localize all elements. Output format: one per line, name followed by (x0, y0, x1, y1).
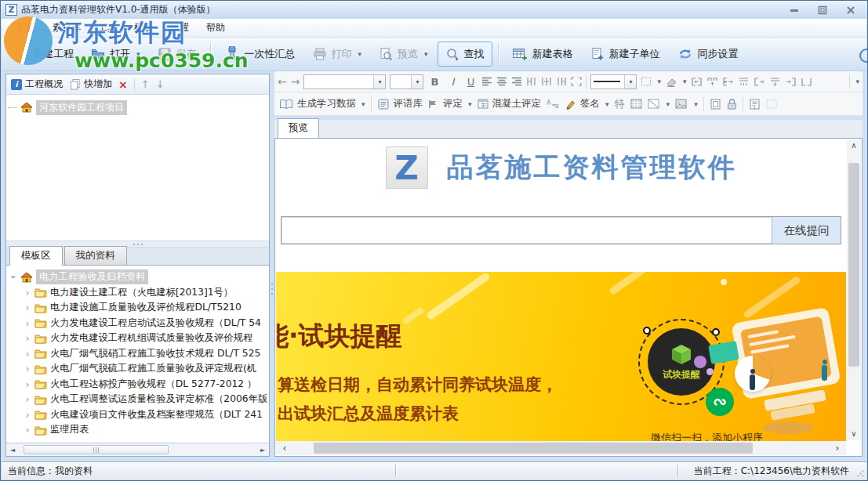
font-size-combo[interactable]: ▾ (390, 74, 423, 89)
open-dropdown-icon[interactable]: ▾ (136, 50, 140, 58)
delete-node-button[interactable]: × (118, 78, 128, 91)
collapsed-chevron-icon[interactable]: › (24, 332, 31, 344)
borders-icon[interactable] (641, 77, 652, 86)
eraser-dropdown-icon[interactable]: ▾ (683, 78, 687, 85)
insert-column-icon[interactable] (754, 77, 765, 87)
left-horizontal-scrollbar[interactable]: ◄ ► (6, 443, 269, 456)
chevron-down-icon[interactable]: ▾ (361, 100, 365, 108)
forward-icon[interactable]: → (291, 75, 300, 88)
new-sub-unit-button[interactable]: 新建子单位 (583, 42, 668, 67)
align-right-icon[interactable] (511, 77, 522, 86)
sync-settings-button[interactable]: 同步设置 (670, 42, 746, 67)
diagonal-line-icon[interactable] (648, 99, 659, 109)
toolbar-overflow-icon[interactable]: ▾ (855, 78, 859, 85)
collapsed-chevron-icon[interactable]: › (24, 393, 31, 405)
scrollbar-thumb[interactable] (314, 443, 753, 454)
template-tree-item[interactable]: › 火电工程调整试运质量检验及评定标准（2006年版 (9, 392, 269, 407)
delete-row-icon[interactable] (801, 77, 812, 87)
signature-button[interactable]: 签名 ▾ (565, 97, 609, 110)
print-button[interactable]: 打印▾ (305, 42, 370, 67)
distribute-right-icon[interactable] (556, 77, 567, 86)
merge-rows-icon[interactable] (722, 77, 734, 87)
vertical-scrollbar[interactable]: ∧ ∨ (847, 139, 861, 440)
align-center-icon[interactable] (496, 77, 507, 86)
preview-dropdown-icon[interactable]: ▾ (424, 50, 428, 58)
chevron-down-icon[interactable]: ▾ (468, 100, 472, 108)
promo-banner[interactable]: 能·试块提醒 算送检日期，自动累计同养试块温度， 出试块汇总及温度累计表 试块提… (276, 272, 846, 443)
back-icon[interactable]: ← (278, 75, 287, 88)
collapsed-chevron-icon[interactable]: › (24, 424, 31, 436)
template-tree-item[interactable]: › 火电建设项目文件收集及档案整理规范（DLT 241 (9, 407, 269, 423)
project-overview-button[interactable]: i 工程概况 (11, 78, 63, 91)
new-project-button[interactable]: 新建工程 (6, 42, 82, 67)
menu-item[interactable]: 工具 (89, 19, 125, 37)
resize-grip[interactable] (855, 468, 865, 478)
scrollbar-thumb[interactable] (848, 163, 859, 367)
menu-item[interactable]: 模板 (125, 19, 162, 37)
template-tree-item[interactable]: › 火力发电建设工程机组调试质量验收及评价规程 (9, 331, 269, 346)
scroll-left-icon[interactable]: ‹ (278, 441, 292, 455)
template-tree-item[interactable]: › 电力建设土建工程（火电建标[2013]1号） (9, 285, 269, 301)
bold-button[interactable]: B (427, 76, 441, 88)
collapsed-chevron-icon[interactable]: › (24, 287, 31, 298)
underline-button[interactable]: U (463, 76, 478, 88)
close-button[interactable] (842, 5, 859, 16)
scroll-right-icon[interactable]: ► (256, 443, 269, 456)
menu-item[interactable]: 帮助 (198, 19, 234, 37)
vertical-splitter[interactable] (271, 74, 274, 457)
diagonal-dropdown-icon[interactable]: ▾ (666, 100, 670, 108)
find-button[interactable]: 查找 (438, 42, 492, 67)
merge-cells-left-icon[interactable] (691, 77, 703, 87)
special-stamp-icon[interactable]: 特 (615, 97, 625, 111)
tab-preview[interactable]: 预览 (278, 118, 319, 138)
fit-region-icon[interactable] (571, 77, 582, 86)
line-style-combo[interactable]: ▾ (590, 74, 637, 89)
concrete-evaluate-button[interactable]: 混凝土评定 (478, 97, 542, 110)
scroll-down-icon[interactable]: ∨ (847, 428, 861, 440)
chevron-down-icon[interactable]: ▾ (605, 100, 609, 108)
insert-row-icon[interactable] (769, 77, 781, 87)
generate-learning-data-button[interactable]: 生成学习数据 ▾ (279, 97, 365, 110)
save-button[interactable]: 保存 (150, 42, 205, 67)
eraser-icon[interactable] (665, 77, 677, 87)
menu-item[interactable]: 设置 (162, 19, 198, 37)
menu-item[interactable]: 素材库 (44, 19, 89, 37)
distribute-center-icon[interactable] (541, 77, 552, 86)
move-down-button[interactable]: ↓ (156, 78, 165, 90)
ab-convert-icon[interactable]: AB (547, 99, 560, 109)
template-tree-item[interactable]: › 火力发电建设工程启动试运及验收规程（DL/T 54 (9, 316, 269, 331)
template-tree-item[interactable]: › 火电厂烟气脱硝工程施工验收技术规程 DL/T 525 (9, 346, 269, 362)
question-input[interactable] (281, 217, 772, 244)
menu-item[interactable]: 工程 (8, 19, 44, 37)
collapsed-chevron-icon[interactable]: › (24, 409, 31, 421)
online-ask-button[interactable]: 在线提问 (772, 217, 841, 244)
distribute-left-icon[interactable] (526, 77, 537, 86)
collapsed-chevron-icon[interactable]: › (24, 363, 31, 374)
collapsed-chevron-icon[interactable]: › (24, 378, 31, 390)
delete-column-icon[interactable] (785, 77, 797, 87)
open-button[interactable]: 打开▾ (83, 42, 148, 67)
font-family-combo[interactable]: ▾ (303, 74, 386, 89)
move-up-button[interactable]: ↑ (141, 78, 150, 90)
quick-add-button[interactable]: 快增加 (69, 78, 112, 91)
region-select-icon[interactable] (766, 99, 777, 109)
scroll-up-icon[interactable]: ∧ (847, 139, 861, 152)
project-tree-root[interactable]: 河东软件园工程项目 (8, 99, 267, 115)
evaluate-button[interactable]: 评定 ▾ (428, 97, 472, 110)
scroll-right-icon[interactable]: › (830, 441, 844, 455)
lock-icon[interactable] (727, 99, 737, 110)
italic-button[interactable]: I (445, 76, 459, 88)
page-setup-icon[interactable] (710, 99, 721, 110)
image-dropdown-icon[interactable]: ▾ (694, 100, 698, 108)
one-time-summary-button[interactable]: 一次性汇总 (216, 41, 303, 67)
maximize-button[interactable] (814, 5, 831, 16)
preview-button[interactable]: 预览▾ (371, 42, 436, 67)
template-tree-item[interactable]: › 火电工程达标投产验收规程（DL 5277-2012 ） (9, 377, 269, 392)
collapsed-chevron-icon[interactable]: › (24, 348, 31, 360)
template-tree-item[interactable]: › 监理用表 (9, 422, 269, 438)
report-icon[interactable] (749, 99, 761, 110)
scroll-left-icon[interactable]: ◄ (6, 443, 19, 456)
tab-template-area[interactable]: 模板区 (9, 246, 63, 266)
table-grid-icon[interactable] (630, 99, 642, 109)
split-columns-icon[interactable] (738, 77, 750, 87)
